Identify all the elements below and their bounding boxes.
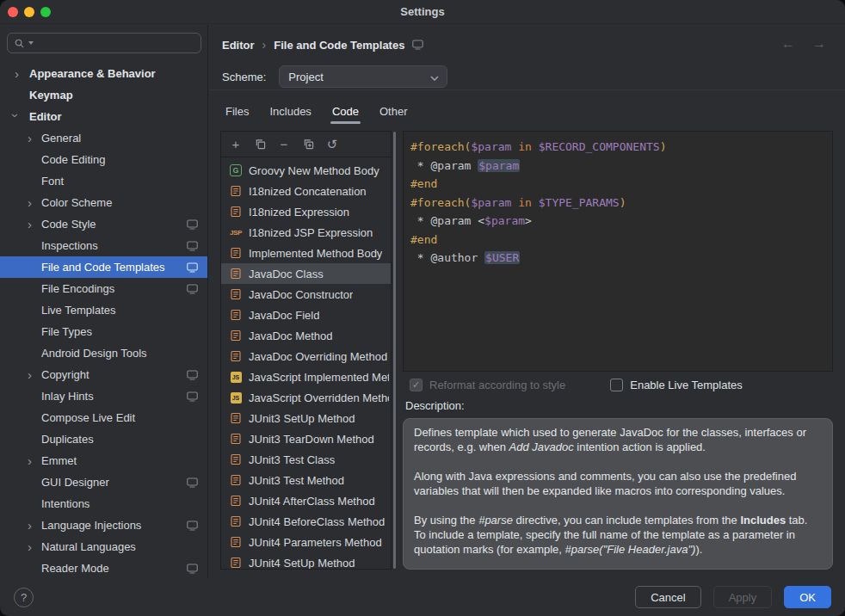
template-item-label: Groovy New Method Body xyxy=(249,164,379,177)
template-item-junit3-setup-method[interactable]: JUnit3 SetUp Method xyxy=(221,408,391,428)
template-item-label: JUnit3 TearDown Method xyxy=(249,433,374,446)
sidebar-item-emmet[interactable]: ›Emmet xyxy=(0,450,207,471)
copy-icon[interactable] xyxy=(253,138,267,151)
breadcrumb: Editor › File and Code Templates xyxy=(222,34,423,55)
tab-other[interactable]: Other xyxy=(369,98,418,124)
sidebar-item-duplicates[interactable]: Duplicates xyxy=(0,428,207,450)
minimize-window-button[interactable] xyxy=(24,7,34,17)
tab-includes[interactable]: Includes xyxy=(259,98,321,124)
close-window-button[interactable] xyxy=(8,7,18,17)
chevron-right-icon[interactable]: › xyxy=(28,518,32,531)
tab-code[interactable]: Code xyxy=(322,98,369,124)
template-item-javadoc-overriding-method[interactable]: JavaDoc Overriding Method xyxy=(221,346,391,367)
chevron-right-icon[interactable]: › xyxy=(15,66,19,79)
chevron-right-icon[interactable]: › xyxy=(28,195,32,208)
sidebar-item-editor[interactable]: ›Editor xyxy=(0,106,207,127)
breadcrumb-editor[interactable]: Editor xyxy=(222,39,255,52)
sidebar-item-code-style[interactable]: ›Code Style xyxy=(0,213,207,235)
template-item-junit4-setup-method[interactable]: JUnit4 SetUp Method xyxy=(221,552,391,569)
remove-icon[interactable]: − xyxy=(277,138,291,151)
sidebar-item-code-editing[interactable]: Code Editing xyxy=(0,149,207,170)
settings-search[interactable] xyxy=(7,33,201,53)
sidebar-item-general[interactable]: ›General xyxy=(0,127,207,149)
template-item-javadoc-method[interactable]: JavaDoc Method xyxy=(221,325,391,346)
sidebar-item-label: File and Code Templates xyxy=(41,261,165,274)
chevron-right-icon[interactable]: › xyxy=(28,217,32,230)
sidebar-item-label: Font xyxy=(41,175,64,188)
description-paragraph: By using the #parse directive, you can i… xyxy=(414,513,822,557)
template-item-i18nized-concatenation[interactable]: I18nized Concatenation xyxy=(221,181,391,201)
template-item-junit4-beforeclass-method[interactable]: JUnit4 BeforeClass Method xyxy=(221,511,391,532)
list-scrollbar[interactable] xyxy=(392,131,398,570)
template-list: GGroovy New Method BodyI18nized Concaten… xyxy=(221,157,391,569)
sidebar-item-natural-languages[interactable]: ›Natural Languages xyxy=(0,536,207,557)
sidebar-item-copyright[interactable]: ›Copyright xyxy=(0,364,207,385)
scrollbar-thumb[interactable] xyxy=(393,132,396,569)
enable-live-templates-checkbox[interactable]: Enable Live Templates xyxy=(610,379,743,391)
sidebar-item-appearance-behavior[interactable]: ›Appearance & Behavior xyxy=(0,63,207,84)
template-item-label: I18nized Concatenation xyxy=(249,185,367,198)
description-panel: Defines template which used to generate … xyxy=(403,418,833,570)
sidebar-item-label: Inlay Hints xyxy=(41,390,94,403)
sidebar-item-file-and-code-templates[interactable]: File and Code Templates xyxy=(0,256,207,278)
chevron-right-icon[interactable]: › xyxy=(28,539,32,552)
sidebar-item-reader-mode[interactable]: Reader Mode xyxy=(0,557,207,578)
scheme-label: Scheme: xyxy=(222,71,266,83)
sidebar-item-inlay-hints[interactable]: Inlay Hints xyxy=(0,385,207,407)
code-line: #foreach($param in $TYPE_PARAMS) xyxy=(410,194,825,213)
chevron-right-icon[interactable]: › xyxy=(28,453,32,466)
template-item-junit3-test-method[interactable]: JUnit3 Test Method xyxy=(221,470,391,490)
template-item-i18nized-expression[interactable]: I18nized Expression xyxy=(221,201,391,222)
sidebar-item-compose-live-edit[interactable]: Compose Live Edit xyxy=(0,407,207,428)
sidebar-item-keymap[interactable]: Keymap xyxy=(0,84,207,106)
sidebar-item-file-encodings[interactable]: File Encodings xyxy=(0,278,207,299)
screen-icon xyxy=(187,370,198,380)
help-button[interactable]: ? xyxy=(14,588,34,607)
sidebar-item-font[interactable]: Font xyxy=(0,170,207,192)
template-item-junit3-teardown-method[interactable]: JUnit3 TearDown Method xyxy=(221,428,391,449)
zoom-window-button[interactable] xyxy=(40,7,51,17)
template-item-implemented-method-body[interactable]: Implemented Method Body xyxy=(221,243,391,263)
history-nav: ← → xyxy=(781,36,826,52)
template-item-junit3-test-class[interactable]: JUnit3 Test Class xyxy=(221,449,391,470)
scheme-select[interactable]: Project xyxy=(279,65,447,88)
template-item-junit4-parameters-method[interactable]: JUnit4 Parameters Method xyxy=(221,532,391,552)
template-item-javadoc-constructor[interactable]: JavaDoc Constructor xyxy=(221,284,391,305)
js-icon: JS xyxy=(229,372,243,383)
sidebar-item-gui-designer[interactable]: GUI Designer xyxy=(0,471,207,493)
sidebar-item-inspections[interactable]: Inspections xyxy=(0,235,207,256)
sidebar-item-color-scheme[interactable]: ›Color Scheme xyxy=(0,192,207,213)
template-item-javascript-implemented-method-body[interactable]: JSJavaScript Implemented Method Body xyxy=(221,367,391,387)
template-item-javadoc-class[interactable]: JavaDoc Class xyxy=(221,263,391,284)
cancel-button[interactable]: Cancel xyxy=(635,586,700,608)
sidebar-item-intentions[interactable]: Intentions xyxy=(0,493,207,514)
sidebar-item-language-injections[interactable]: ›Language Injections xyxy=(0,514,207,536)
template-item-i18nized-jsp-expression[interactable]: JSPI18nized JSP Expression xyxy=(221,222,391,243)
sidebar-item-live-templates[interactable]: Live Templates xyxy=(0,299,207,321)
search-input[interactable] xyxy=(37,36,194,51)
sidebar-item-label: Duplicates xyxy=(41,433,94,446)
back-button[interactable]: ← xyxy=(781,36,795,52)
template-icon xyxy=(229,309,243,321)
template-editor[interactable]: #foreach($param in $RECORD_COMPONENTS) *… xyxy=(403,131,833,372)
chevron-right-icon[interactable]: › xyxy=(28,131,32,144)
ok-button[interactable]: OK xyxy=(784,586,831,608)
jsp-icon: JSP xyxy=(229,229,243,237)
forward-button[interactable]: → xyxy=(812,36,826,52)
template-item-junit4-afterclass-method[interactable]: JUnit4 AfterClass Method xyxy=(221,490,391,511)
template-item-javadoc-field[interactable]: JavaDoc Field xyxy=(221,305,391,325)
checkbox-unchecked-icon[interactable] xyxy=(610,379,623,391)
tab-files[interactable]: Files xyxy=(215,98,259,124)
template-item-groovy-new-method-body[interactable]: GGroovy New Method Body xyxy=(221,160,391,181)
template-icon xyxy=(229,557,243,569)
duplicate-icon[interactable] xyxy=(301,138,315,151)
template-item-javascript-overridden-method-body[interactable]: JSJavaScript Overridden Method Body xyxy=(221,387,391,408)
sidebar-item-android-design-tools[interactable]: Android Design Tools xyxy=(0,342,207,364)
chevron-right-icon[interactable]: › xyxy=(28,367,32,380)
reset-icon[interactable]: ↺ xyxy=(325,138,339,151)
add-icon[interactable]: + xyxy=(229,138,243,151)
search-history-chevron-icon[interactable] xyxy=(28,41,34,45)
sidebar-item-file-types[interactable]: File Types xyxy=(0,321,207,342)
template-icon xyxy=(229,185,243,197)
chevron-down-icon[interactable]: › xyxy=(9,113,22,117)
